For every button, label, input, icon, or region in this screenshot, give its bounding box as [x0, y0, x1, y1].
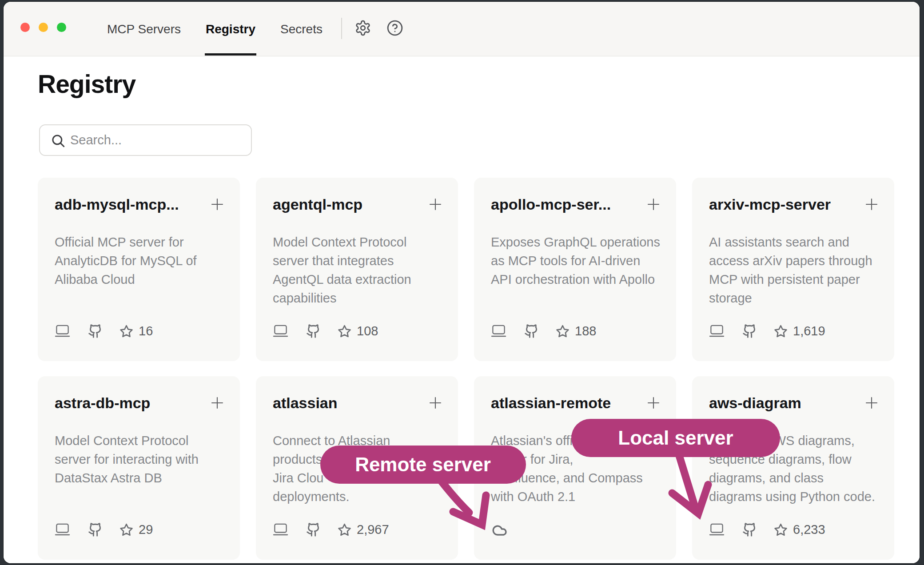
card-arxiv-mcp-server[interactable]: arxiv-mcp-server AI assistants search an… [692, 178, 894, 361]
search-icon [51, 133, 66, 148]
description-line: diagrams using Python code. [709, 487, 879, 506]
server-description: Exposes GraphQL operationsas MCP tools f… [491, 233, 661, 289]
server-description: Atlassian's official MCPserver for Jira,… [491, 431, 661, 506]
laptop-icon [491, 324, 506, 338]
github-icon [306, 522, 321, 537]
add-server-button[interactable] [645, 196, 661, 212]
close-button[interactable] [20, 23, 30, 32]
github-icon [524, 324, 539, 338]
server-name: astra-db-mcp [55, 394, 150, 412]
plus-icon [427, 196, 443, 212]
gear-icon [354, 20, 371, 36]
laptop-icon [55, 523, 70, 537]
card-footer: 6,233 [709, 521, 825, 538]
plus-icon [209, 395, 225, 411]
add-server-button[interactable] [427, 395, 443, 411]
plus-icon [645, 196, 661, 212]
tab-secrets[interactable]: Secrets [279, 2, 323, 56]
traffic-lights [20, 23, 66, 32]
card-grid: adb-mysql-mcp... Official MCP server for… [38, 178, 894, 560]
add-server-button[interactable] [645, 395, 661, 411]
star-icon [338, 324, 351, 338]
add-server-button[interactable] [209, 196, 225, 212]
description-line: products [273, 450, 442, 469]
star-icon [338, 523, 351, 537]
window-titlebar: MCP Servers Registry Secrets [4, 2, 920, 56]
description-line: Model Context Protocol [273, 233, 442, 251]
add-server-button[interactable] [209, 395, 225, 411]
laptop-icon [273, 324, 288, 338]
card-atlassian[interactable]: atlassian Connect to AtlassianproductsJi… [256, 376, 458, 560]
server-name: atlassian-remote [491, 394, 611, 412]
card-aws-diagram[interactable]: aws-diagram Generate AWS diagrams,sequen… [692, 376, 894, 560]
tab-mcp-servers[interactable]: MCP Servers [106, 2, 182, 56]
server-name: apollo-mcp-ser... [491, 196, 611, 213]
description-line: Jira Clou [273, 469, 442, 487]
server-description: Connect to AtlassianproductsJira Cloudep… [273, 431, 442, 506]
add-server-button[interactable] [864, 395, 880, 411]
description-line: as MCP tools for AI-driven [491, 251, 661, 270]
server-name: aws-diagram [709, 394, 801, 412]
star-icon [556, 324, 570, 338]
description-line: Model Context Protocol [55, 431, 224, 450]
server-description: Model Context Protocolserver for interac… [55, 431, 224, 487]
description-line: AI assistants search and [709, 233, 879, 251]
card-apollo-mcp-ser[interactable]: apollo-mcp-ser... Exposes GraphQL operat… [474, 178, 676, 361]
tab-registry[interactable]: Registry [205, 2, 256, 56]
github-icon [88, 324, 103, 338]
main-tabs: MCP Servers Registry Secrets [106, 2, 323, 56]
description-line: storage [709, 289, 879, 307]
app-window: MCP Servers Registry Secrets [4, 2, 920, 563]
card-atlassian-remote[interactable]: atlassian-remote Atlassian's official MC… [474, 376, 676, 560]
server-name: atlassian [273, 394, 338, 412]
plus-icon [427, 395, 443, 411]
search-box [39, 124, 252, 156]
card-adb-mysql-mcp[interactable]: adb-mysql-mcp... Official MCP server for… [38, 178, 240, 361]
laptop-icon [55, 324, 70, 338]
page-title: Registry [38, 69, 135, 99]
description-line: Confluence, and Compass [491, 469, 661, 487]
star-count: 188 [575, 324, 596, 338]
server-description: AI assistants search andaccess arXiv pap… [709, 233, 879, 307]
card-footer: 108 [273, 322, 378, 339]
description-line: server that integrates [273, 251, 442, 270]
server-description: Model Context Protocolserver that integr… [273, 233, 442, 307]
description-line: Alibaba Cloud [55, 270, 224, 289]
description-line: server for interacting with [55, 450, 224, 469]
github-icon [742, 324, 757, 338]
settings-button[interactable] [354, 20, 371, 36]
card-footer [491, 521, 509, 538]
laptop-icon [273, 523, 288, 537]
card-footer: 29 [55, 521, 153, 538]
help-button[interactable] [386, 20, 403, 36]
minimize-button[interactable] [39, 23, 48, 32]
description-line: Connect to Atlassian [273, 431, 442, 450]
description-line: capabilities [273, 289, 442, 307]
search-input[interactable] [70, 125, 248, 155]
star-icon [774, 523, 788, 537]
description-line: Exposes GraphQL operations [491, 233, 661, 251]
card-footer: 1,619 [709, 322, 825, 339]
star-count: 6,233 [793, 522, 825, 537]
add-server-button[interactable] [864, 196, 880, 212]
star-count: 108 [357, 324, 378, 338]
description-line: with OAuth 2.1 [491, 487, 661, 506]
registry-page: Registry adb-mysql-mcp... Official MCP s… [4, 57, 920, 563]
star-count: 16 [139, 324, 153, 338]
description-line: Atlassian's official MCP [491, 431, 661, 450]
add-server-button[interactable] [427, 196, 443, 212]
description-line: AgentQL data extraction [273, 270, 442, 289]
server-description: Generate AWS diagrams,sequence diagrams,… [709, 431, 879, 506]
help-icon [386, 20, 403, 36]
plus-icon [864, 196, 880, 212]
description-line: AnalyticDB for MySQL of [55, 251, 224, 270]
plus-icon [209, 196, 225, 212]
card-astra-db-mcp[interactable]: astra-db-mcp Model Context Protocolserve… [38, 376, 240, 560]
description-line: Generate AWS diagrams, [709, 431, 879, 450]
server-description: Official MCP server forAnalyticDB for My… [55, 233, 224, 289]
star-count: 2,967 [357, 522, 389, 537]
toolbar-divider [341, 18, 342, 39]
zoom-button[interactable] [57, 23, 66, 32]
desktop-background: MCP Servers Registry Secrets [0, 0, 924, 565]
card-agentql-mcp[interactable]: agentql-mcp Model Context Protocolserver… [256, 178, 458, 361]
